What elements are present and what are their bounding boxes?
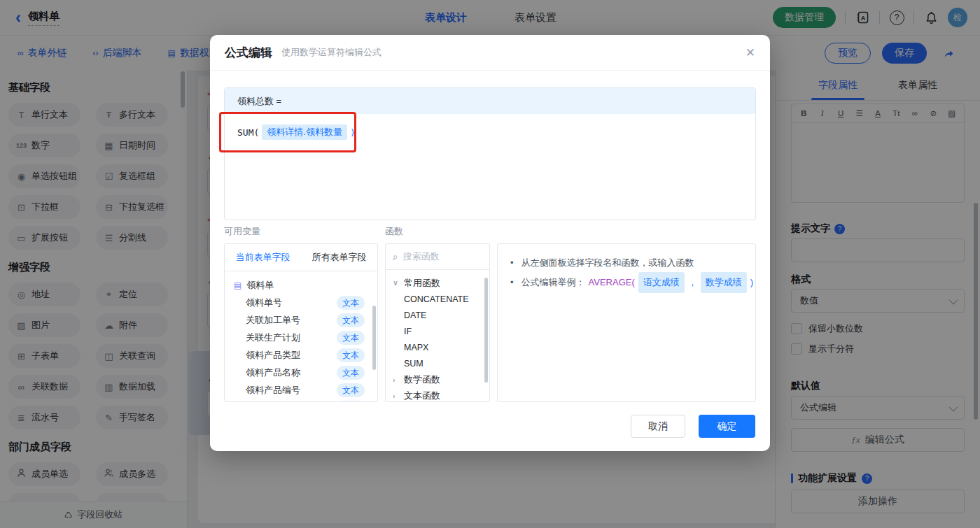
example-close-paren: ): [750, 273, 753, 292]
chevron-collapsed-icon: ›: [393, 376, 400, 384]
variable-row[interactable]: 领料产品编号文本: [225, 381, 377, 399]
bullet-icon: •: [510, 254, 514, 272]
formula-editor-modal: 公式编辑 使用数学运算符编辑公式 ✕ 领料总数 = SUM( 领料详情.领料数量…: [210, 35, 770, 451]
chevron-collapsed-icon: ›: [393, 392, 400, 400]
type-badge: 文本: [337, 401, 365, 403]
close-icon[interactable]: ✕: [746, 45, 755, 60]
formula-target-row: 领料总数 =: [225, 88, 755, 114]
formula-editor-box[interactable]: 领料总数 = SUM( 领料详情.领料数量 ): [224, 87, 756, 220]
search-placeholder: 搜索函数: [403, 250, 440, 263]
type-badge: 文本: [337, 296, 365, 310]
variables-panel: 当前表单字段 所有表单字段 ▤领料单 领料单号文本 关联加工单号文本 关联生产计…: [224, 243, 378, 402]
example-comma: ，: [688, 273, 697, 292]
functions-panel: ⌕ 搜索函数 ∨常用函数 CONCATENATE DATE IF MAPX SU…: [385, 243, 490, 402]
variable-row[interactable]: 领料产品名称文本: [225, 364, 377, 381]
function-item[interactable]: MAPX: [386, 339, 489, 355]
function-item[interactable]: DATE: [386, 307, 489, 323]
help-line-2: • 公式编辑举例： AVERAGE( 语文成绩 ， 数学成绩 ): [510, 272, 743, 293]
variable-row-partial[interactable]: 文本: [225, 399, 377, 402]
example-function: AVERAGE(: [589, 273, 635, 292]
type-badge: 文本: [337, 331, 365, 345]
type-badge: 文本: [337, 366, 365, 380]
variable-row[interactable]: 领料单号文本: [225, 294, 377, 311]
variables-tree-root[interactable]: ▤领料单: [225, 276, 377, 294]
function-search[interactable]: ⌕ 搜索函数: [386, 244, 489, 270]
function-group-math[interactable]: ›数学函数: [386, 371, 489, 387]
variables-label: 可用变量: [224, 225, 260, 238]
type-badge: 文本: [337, 313, 365, 327]
cancel-button[interactable]: 取消: [631, 415, 685, 438]
page: ‹ 领料单 表单设计 表单设置 数据管理 A ? 检 ∞表单外链 ‹›后端脚本 …: [0, 0, 980, 528]
type-badge: 文本: [337, 383, 365, 397]
type-badge: 文本: [337, 348, 365, 362]
search-icon: ⌕: [393, 251, 398, 263]
variable-row[interactable]: 领料产品类型文本: [225, 346, 377, 364]
variable-row[interactable]: 关联生产计划文本: [225, 329, 377, 346]
function-item[interactable]: CONCATENATE: [386, 291, 489, 307]
function-item[interactable]: SUM: [386, 355, 489, 371]
example-chip: 语文成绩: [638, 272, 685, 293]
function-group-text[interactable]: ›文本函数: [386, 387, 489, 402]
variable-row[interactable]: 关联加工单号文本: [225, 311, 377, 329]
modal-subtitle: 使用数学运算符编辑公式: [281, 46, 382, 59]
confirm-button[interactable]: 确定: [699, 415, 755, 438]
tab-all-form-fields[interactable]: 所有表单字段: [312, 251, 367, 264]
function-item[interactable]: IF: [386, 323, 489, 339]
bullet-icon: •: [510, 273, 514, 292]
modal-title: 公式编辑: [225, 45, 272, 61]
functions-scrollbar[interactable]: [484, 278, 488, 383]
modal-header: 公式编辑 使用数学运算符编辑公式 ✕: [210, 35, 770, 71]
variables-tabs: 当前表单字段 所有表单字段: [225, 244, 377, 271]
help-line-1: •从左侧面板选择字段名和函数，或输入函数: [510, 254, 743, 272]
function-group-common[interactable]: ∨常用函数: [386, 275, 489, 291]
annotation-highlight-box: [219, 112, 356, 152]
tab-current-form-fields[interactable]: 当前表单字段: [236, 251, 290, 264]
variables-scrollbar[interactable]: [372, 306, 376, 370]
functions-label: 函数: [385, 225, 403, 238]
example-chip: 数学成绩: [701, 272, 747, 293]
form-doc-icon: ▤: [234, 280, 241, 290]
chevron-expanded-icon: ∨: [393, 278, 400, 287]
help-panel: •从左侧面板选择字段名和函数，或输入函数 • 公式编辑举例： AVERAGE( …: [497, 243, 756, 402]
